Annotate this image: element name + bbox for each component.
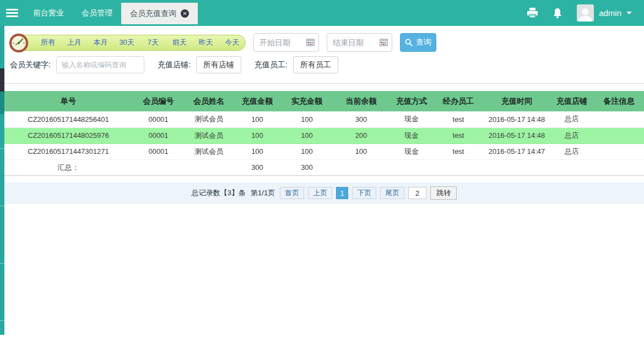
range-30-days[interactable]: 30天 — [113, 38, 140, 47]
col-member-name: 会员姓名 — [185, 91, 233, 111]
page-indicator-text: 第1/1页 — [251, 188, 275, 198]
table-bottom-border — [4, 175, 644, 176]
total-records-text: 总记录数【3】条 — [192, 188, 246, 198]
start-date-field — [253, 33, 319, 52]
end-date-input[interactable] — [333, 38, 380, 47]
first-page-button[interactable]: 首页 — [280, 187, 304, 199]
cell-remark — [594, 111, 644, 127]
member-keyword-input[interactable] — [56, 56, 144, 73]
range-today[interactable]: 今天 — [219, 38, 245, 47]
tab-label: 会员管理 — [82, 8, 112, 18]
search-button-label: 查询 — [416, 38, 431, 47]
range-this-month[interactable]: 本月 — [88, 38, 114, 47]
main-content: 所有 上月 本月 30天 7天 前天 昨天 今天 — [4, 26, 644, 204]
clock-icon — [9, 33, 29, 55]
table-header-row: 单号 会员编号 会员姓名 充值金额 实充金额 当前余额 充值方式 经办员工 充值… — [4, 91, 644, 111]
cell-staff: test — [433, 111, 484, 127]
sidebar-segment-teal — [0, 92, 4, 114]
search-icon — [405, 39, 413, 46]
cell-recharge-amt: 100 — [233, 143, 282, 159]
cell-time: 2016-05-17 14:48 — [484, 111, 550, 127]
hamburger-icon — [6, 7, 18, 19]
staff-select-button[interactable]: 所有员工 — [293, 56, 338, 73]
cell-order-no: CZ201605171448256401 — [4, 111, 132, 127]
cell-balance: 300 — [332, 111, 390, 127]
col-recharge-amt: 充值金额 — [233, 91, 282, 111]
cell-member-name: 测试会员 — [185, 127, 233, 143]
next-page-button[interactable]: 下页 — [352, 187, 376, 199]
cell-actual-amt: 100 — [282, 127, 332, 143]
tab-member-management[interactable]: 会员管理 — [73, 0, 121, 26]
topbar-right-group: admin — [527, 0, 644, 26]
summary-row: 汇总： 300 300 — [4, 159, 644, 175]
app-screen: 前台营业 会员管理 会员充值查询 ✕ — [0, 0, 644, 348]
col-member-no: 会员编号 — [132, 91, 185, 111]
calendar-icon[interactable] — [306, 39, 315, 49]
cell-member-no: 00001 — [132, 143, 185, 159]
keyword-filter-row: 会员关键字: 充值店铺: 所有店铺 充值员工: 所有员工 — [10, 56, 644, 73]
summary-label: 汇总： — [4, 159, 132, 175]
sidebar-segment-items — [0, 114, 4, 324]
cell-member-name: 测试会员 — [185, 143, 233, 159]
cell-recharge-amt: 100 — [233, 111, 282, 127]
collapsed-sidebar[interactable] — [0, 26, 4, 335]
cell-member-no: 00001 — [132, 111, 185, 127]
current-page-button[interactable]: 1 — [336, 187, 348, 199]
date-filter-row: 所有 上月 本月 30天 7天 前天 昨天 今天 — [10, 33, 644, 52]
cell-staff: test — [433, 143, 484, 159]
col-staff: 经办员工 — [433, 91, 484, 111]
store-label: 充值店铺: — [158, 60, 191, 70]
store-select-button[interactable]: 所有店铺 — [196, 56, 241, 73]
calendar-icon[interactable] — [380, 39, 388, 49]
staff-label: 充值员工: — [255, 60, 288, 70]
bell-icon[interactable] — [553, 8, 562, 19]
tab-label: 前台营业 — [33, 8, 64, 18]
range-all[interactable]: 所有 — [35, 38, 61, 47]
search-button[interactable]: 查询 — [400, 33, 436, 52]
jump-page-input[interactable] — [408, 187, 426, 199]
cell-store: 总店 — [550, 143, 594, 159]
caret-down-icon — [626, 12, 632, 14]
close-tab-icon[interactable]: ✕ — [181, 9, 189, 18]
tab-front-desk[interactable]: 前台营业 — [24, 0, 73, 26]
cell-member-name: 测试会员 — [185, 111, 233, 127]
cell-pay-method: 现金 — [390, 111, 433, 127]
printer-icon[interactable] — [527, 8, 538, 18]
start-date-input[interactable] — [259, 38, 307, 47]
tab-member-recharge-query[interactable]: 会员充值查询 ✕ — [121, 3, 198, 24]
avatar — [577, 4, 594, 22]
hamburger-menu-button[interactable] — [0, 0, 24, 26]
prev-page-button[interactable]: 上页 — [308, 187, 332, 199]
filter-panel: 所有 上月 本月 30天 7天 前天 昨天 今天 — [4, 26, 644, 84]
range-yesterday[interactable]: 昨天 — [193, 38, 219, 47]
col-actual-amt: 实充金额 — [282, 91, 332, 111]
summary-recharge-total: 300 — [233, 159, 282, 175]
user-name: admin — [599, 8, 621, 18]
cell-remark — [594, 143, 644, 159]
range-7-days[interactable]: 7天 — [140, 38, 166, 47]
cell-store: 总店 — [550, 111, 594, 127]
cell-member-no: 00001 — [132, 127, 185, 143]
table-row-selected[interactable]: CZ201605171448025976 00001 测试会员 100 100 … — [4, 127, 644, 143]
user-menu[interactable]: admin — [577, 4, 632, 22]
cell-balance: 100 — [332, 143, 390, 159]
cell-recharge-amt: 100 — [233, 127, 282, 143]
last-page-button[interactable]: 尾页 — [380, 187, 404, 199]
cell-time: 2016-05-17 14:47 — [484, 143, 550, 159]
cell-remark — [594, 127, 644, 143]
cell-time: 2016-05-17 14:48 — [484, 127, 550, 143]
top-navbar: 前台营业 会员管理 会员充值查询 ✕ — [0, 0, 644, 26]
col-remark: 备注信息 — [594, 91, 644, 111]
cell-staff: test — [433, 127, 484, 143]
range-day-before[interactable]: 前天 — [166, 38, 193, 47]
summary-actual-total: 300 — [282, 159, 332, 175]
table-row[interactable]: CZ201605171448256401 00001 测试会员 100 100 … — [4, 111, 644, 127]
cell-store: 总店 — [550, 127, 594, 143]
jump-button[interactable]: 跳转 — [430, 186, 457, 200]
cell-order-no: CZ201605171447301271 — [4, 143, 132, 159]
cell-pay-method: 现金 — [390, 127, 433, 143]
range-last-month[interactable]: 上月 — [61, 38, 88, 47]
keyword-label: 会员关键字: — [10, 60, 51, 70]
cell-actual-amt: 100 — [282, 143, 332, 159]
table-row[interactable]: CZ201605171447301271 00001 测试会员 100 100 … — [4, 143, 644, 159]
